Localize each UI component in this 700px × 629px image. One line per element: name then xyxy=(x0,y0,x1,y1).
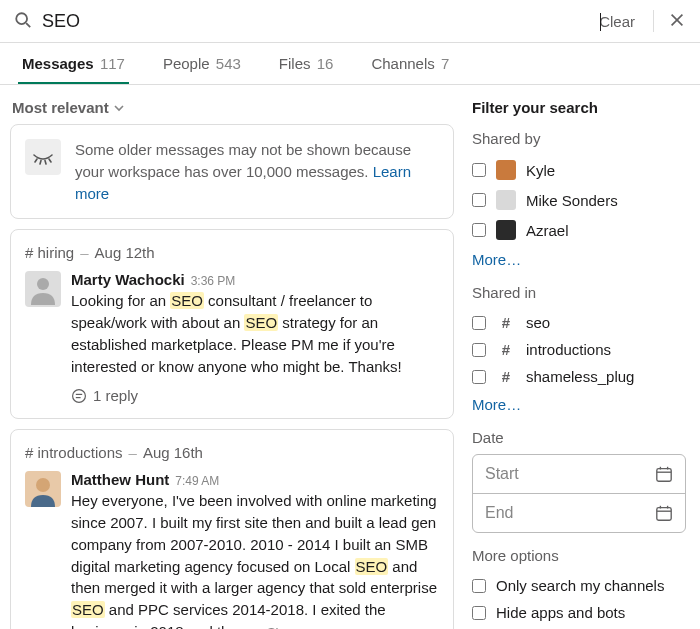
checkbox[interactable] xyxy=(472,163,486,177)
author-name[interactable]: Marty Wachocki xyxy=(71,271,185,288)
show-more[interactable]: … Show more xyxy=(250,625,332,629)
shared-by-label: Shared by xyxy=(472,130,686,147)
date-range: Start End xyxy=(472,454,686,533)
reply-icon xyxy=(71,388,87,404)
date-end[interactable]: End xyxy=(473,493,685,532)
hash-icon: # xyxy=(496,314,516,331)
message-result[interactable]: # introductions–Aug 16th Matthew Hunt7:4… xyxy=(10,429,454,629)
date-start[interactable]: Start xyxy=(473,455,685,493)
reply-count[interactable]: 1 reply xyxy=(71,387,439,404)
divider xyxy=(653,10,654,32)
opt-my-channels[interactable]: Only search my channels xyxy=(472,572,686,599)
more-options-label: More options xyxy=(472,547,686,564)
filter-person[interactable]: Azrael xyxy=(472,215,686,245)
tabs: Messages 117 People 543 Files 16 Channel… xyxy=(0,43,700,85)
sort-dropdown[interactable]: Most relevant xyxy=(10,95,127,124)
message-meta: # hiring–Aug 12th xyxy=(25,244,439,261)
author-name[interactable]: Matthew Hunt xyxy=(71,471,169,488)
svg-point-8 xyxy=(37,278,49,290)
calendar-icon xyxy=(655,465,673,483)
svg-line-7 xyxy=(49,159,51,162)
tab-files[interactable]: Files 16 xyxy=(275,43,338,84)
checkbox[interactable] xyxy=(472,316,486,330)
date-label: Date xyxy=(472,429,686,446)
clear-button[interactable]: Clear xyxy=(599,13,635,30)
opt-hide-bots[interactable]: Hide apps and bots xyxy=(472,599,686,626)
avatar xyxy=(496,220,516,240)
notice-text: Some older messages may not be shown bec… xyxy=(75,139,439,204)
filter-channel[interactable]: #shameless_plug xyxy=(472,363,686,390)
channel-name[interactable]: # hiring xyxy=(25,244,74,261)
avatar xyxy=(25,271,61,307)
checkbox[interactable] xyxy=(472,579,486,593)
calendar-icon xyxy=(655,504,673,522)
svg-line-6 xyxy=(45,161,46,165)
tab-people[interactable]: People 543 xyxy=(159,43,245,84)
shared-in-label: Shared in xyxy=(472,284,686,301)
svg-point-12 xyxy=(36,478,50,492)
message-date: Aug 16th xyxy=(143,444,203,461)
message-text: Hey everyone, I've been involved with on… xyxy=(71,490,439,629)
avatar xyxy=(25,471,61,507)
message-time: 7:49 AM xyxy=(175,474,219,488)
svg-line-4 xyxy=(35,159,37,162)
tab-messages[interactable]: Messages 117 xyxy=(18,43,129,84)
svg-rect-13 xyxy=(657,469,671,482)
filter-channel[interactable]: #introductions xyxy=(472,336,686,363)
checkbox[interactable] xyxy=(472,343,486,357)
notice-card: Some older messages may not be shown bec… xyxy=(10,124,454,219)
avatar xyxy=(496,190,516,210)
eyes-closed-icon xyxy=(25,139,61,175)
svg-point-9 xyxy=(73,389,86,402)
more-channels[interactable]: More… xyxy=(472,390,686,415)
svg-rect-17 xyxy=(657,508,671,521)
tab-channels[interactable]: Channels 7 xyxy=(367,43,453,84)
svg-line-5 xyxy=(40,161,41,165)
search-icon xyxy=(14,11,32,32)
search-input[interactable] xyxy=(42,11,274,32)
filter-panel: Filter your search Shared by Kyle Mike S… xyxy=(464,85,700,629)
checkbox[interactable] xyxy=(472,370,486,384)
hash-icon: # xyxy=(496,368,516,385)
channel-name[interactable]: # introductions xyxy=(25,444,123,461)
message-text: Looking for an SEO consultant / freelanc… xyxy=(71,290,439,377)
message-time: 3:36 PM xyxy=(191,274,236,288)
filter-person[interactable]: Mike Sonders xyxy=(472,185,686,215)
close-icon[interactable] xyxy=(668,11,686,32)
svg-point-0 xyxy=(16,13,27,24)
message-result[interactable]: # hiring–Aug 12th Marty Wachocki3:36 PM … xyxy=(10,229,454,419)
avatar xyxy=(496,160,516,180)
svg-line-1 xyxy=(26,23,30,27)
filter-title: Filter your search xyxy=(472,99,686,116)
message-date: Aug 12th xyxy=(95,244,155,261)
checkbox[interactable] xyxy=(472,606,486,620)
search-bar: Clear xyxy=(0,0,700,43)
checkbox[interactable] xyxy=(472,223,486,237)
checkbox[interactable] xyxy=(472,193,486,207)
chevron-down-icon xyxy=(113,102,125,114)
filter-channel[interactable]: #seo xyxy=(472,309,686,336)
message-meta: # introductions–Aug 16th xyxy=(25,444,439,461)
more-people[interactable]: More… xyxy=(472,245,686,270)
hash-icon: # xyxy=(496,341,516,358)
filter-person[interactable]: Kyle xyxy=(472,155,686,185)
